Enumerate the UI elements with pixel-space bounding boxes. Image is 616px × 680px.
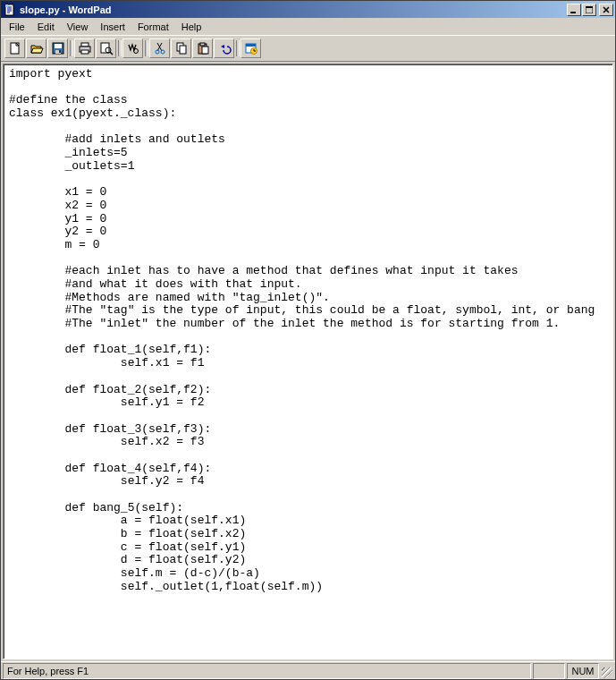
svg-rect-6: [55, 44, 62, 48]
svg-rect-9: [81, 43, 89, 47]
menu-insert[interactable]: Insert: [94, 20, 131, 34]
cut-button[interactable]: [149, 38, 170, 58]
save-button[interactable]: [47, 38, 68, 58]
copy-button[interactable]: [171, 38, 191, 58]
new-button[interactable]: [4, 38, 25, 58]
toolbar: [1, 35, 615, 62]
status-pane-blank: [533, 663, 565, 679]
close-button[interactable]: [599, 4, 613, 16]
menu-edit[interactable]: Edit: [31, 20, 61, 34]
status-help-text: For Help, press F1: [3, 663, 531, 679]
svg-point-16: [161, 50, 165, 54]
svg-rect-18: [180, 46, 186, 54]
content-area: import pyext #define the class class ex1…: [1, 62, 615, 661]
print-preview-button[interactable]: [96, 38, 116, 58]
svg-rect-21: [202, 47, 208, 54]
menu-format[interactable]: Format: [131, 20, 175, 34]
print-button[interactable]: [74, 38, 95, 58]
svg-rect-1: [570, 12, 576, 13]
svg-rect-8: [59, 50, 61, 53]
minimize-button[interactable]: [567, 4, 581, 16]
app-icon: [3, 3, 17, 17]
menu-file[interactable]: File: [3, 20, 31, 34]
wordpad-window: slope.py - WordPad File Edit View Insert…: [0, 0, 616, 680]
document-viewport[interactable]: import pyext #define the class class ex1…: [3, 64, 613, 659]
open-button[interactable]: [26, 38, 46, 58]
menu-help[interactable]: Help: [175, 20, 208, 34]
undo-button[interactable]: [214, 38, 234, 58]
datetime-button[interactable]: [240, 38, 261, 58]
svg-rect-3: [586, 6, 593, 8]
status-pane-num: NUM: [567, 663, 599, 679]
svg-rect-20: [200, 43, 205, 46]
svg-rect-11: [81, 50, 89, 54]
svg-rect-23: [246, 44, 256, 47]
window-controls: [567, 4, 613, 16]
maximize-button[interactable]: [582, 4, 596, 16]
window-title: slope.py - WordPad: [20, 4, 567, 15]
find-button[interactable]: [122, 38, 143, 58]
statusbar: For Help, press F1 NUM: [1, 661, 615, 679]
titlebar: slope.py - WordPad: [1, 1, 615, 18]
paste-button[interactable]: [192, 38, 213, 58]
document-text[interactable]: import pyext #define the class class ex1…: [4, 64, 612, 598]
resize-grip[interactable]: [599, 663, 613, 679]
menubar: File Edit View Insert Format Help: [1, 18, 615, 35]
menu-view[interactable]: View: [61, 20, 95, 34]
